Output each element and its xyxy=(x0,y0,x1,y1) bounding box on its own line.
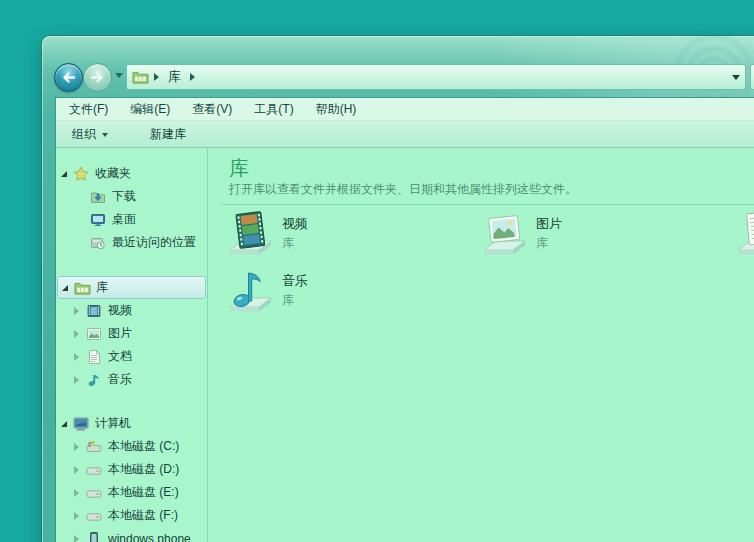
library-item-name: 音乐 xyxy=(282,272,308,289)
music-library-icon xyxy=(227,267,273,317)
library-item-kind: 库 xyxy=(536,235,562,252)
star-icon xyxy=(73,166,90,182)
navigation-pane: 收藏夹 下载 xyxy=(56,148,208,542)
sidebar-item-documents[interactable]: 文档 xyxy=(56,345,207,368)
sidebar-item-label: 收藏夹 xyxy=(95,165,131,182)
library-item-kind: 库 xyxy=(282,235,308,252)
address-bar[interactable]: 库 xyxy=(126,64,746,90)
sidebar-item-label: windows phone xyxy=(108,532,191,542)
sidebar-item-label: 库 xyxy=(96,279,108,296)
organize-label: 组织 xyxy=(72,126,96,143)
documents-icon xyxy=(86,349,103,365)
pictures-icon xyxy=(86,326,103,342)
sidebar-item-disk-c[interactable]: 本地磁盘 (C:) xyxy=(56,435,207,458)
sidebar-item-label: 视频 xyxy=(108,302,132,319)
sidebar-item-label: 本地磁盘 (F:) xyxy=(108,507,178,524)
collapsed-arrow-icon[interactable] xyxy=(74,489,79,497)
collapsed-arrow-icon[interactable] xyxy=(74,353,79,361)
expanded-arrow-icon[interactable] xyxy=(62,285,68,291)
sidebar-item-videos[interactable]: 视频 xyxy=(56,299,207,322)
library-item-name: 视频 xyxy=(282,215,308,232)
expanded-arrow-icon[interactable] xyxy=(61,171,67,177)
recent-pages-chevron-icon[interactable] xyxy=(115,73,123,78)
collapsed-arrow-icon[interactable] xyxy=(74,512,79,520)
explorer-window: 库 文件(F) 编辑(E) 查看(V) 工具(T) 帮助(H) 组织 新建库 xyxy=(42,36,754,542)
library-folder-icon xyxy=(132,69,149,85)
sidebar-item-label: 计算机 xyxy=(95,415,131,432)
back-button[interactable] xyxy=(54,63,83,92)
library-item-documents[interactable]: 文档 库 xyxy=(735,210,754,260)
page-subtitle: 打开库以查看文件并根据文件夹、日期和其他属性排列这些文件。 xyxy=(229,181,577,198)
sidebar-item-pictures[interactable]: 图片 xyxy=(56,322,207,345)
disk-icon xyxy=(86,508,103,524)
computer-icon xyxy=(73,416,90,432)
items-view: 库 打开库以查看文件并根据文件夹、日期和其他属性排列这些文件。 xyxy=(208,148,754,542)
sidebar-item-libraries[interactable]: 库 xyxy=(57,276,206,299)
refresh-button[interactable] xyxy=(750,64,754,90)
breadcrumb-arrow-icon xyxy=(154,73,159,81)
library-item-name: 图片 xyxy=(536,215,562,232)
header-divider xyxy=(221,204,754,205)
sidebar-item-disk-d[interactable]: 本地磁盘 (D:) xyxy=(56,458,207,481)
sidebar-item-label: 本地磁盘 (E:) xyxy=(108,484,179,501)
library-item-videos[interactable]: 视频 库 xyxy=(227,210,308,260)
sidebar-item-computer[interactable]: 计算机 xyxy=(56,412,207,435)
sidebar-item-disk-f[interactable]: 本地磁盘 (F:) xyxy=(56,504,207,527)
library-item-music[interactable]: 音乐 库 xyxy=(227,267,308,317)
sidebar-item-desktop[interactable]: 桌面 xyxy=(56,208,207,231)
breadcrumb-libraries[interactable]: 库 xyxy=(164,66,185,88)
expanded-arrow-icon[interactable] xyxy=(61,421,67,427)
section-favorites: 收藏夹 下载 xyxy=(56,162,207,254)
sidebar-item-label: 下载 xyxy=(112,188,136,205)
command-toolbar: 组织 新建库 xyxy=(56,121,754,148)
sidebar-item-recent-places[interactable]: 最近访问的位置 xyxy=(56,231,207,254)
new-library-label: 新建库 xyxy=(150,126,186,143)
collapsed-arrow-icon[interactable] xyxy=(74,535,79,542)
chevron-down-icon xyxy=(102,133,108,137)
sidebar-item-music[interactable]: 音乐 xyxy=(56,368,207,391)
section-computer: 计算机 xyxy=(56,412,207,542)
address-dropdown-button[interactable] xyxy=(726,65,745,89)
libraries-folder-icon xyxy=(74,280,91,296)
section-libraries: 库 xyxy=(56,276,207,391)
sidebar-item-label: 图片 xyxy=(108,325,132,342)
sidebar-item-label: 桌面 xyxy=(112,211,136,228)
sidebar-item-label: 音乐 xyxy=(108,371,132,388)
sidebar-item-favorites[interactable]: 收藏夹 xyxy=(56,162,207,185)
collapsed-arrow-icon[interactable] xyxy=(74,466,79,474)
pictures-library-icon xyxy=(481,210,527,260)
sidebar-item-disk-e[interactable]: 本地磁盘 (E:) xyxy=(56,481,207,504)
forward-button[interactable] xyxy=(83,63,112,92)
documents-library-icon xyxy=(735,210,754,260)
menu-view[interactable]: 查看(V) xyxy=(181,98,243,120)
chevron-down-icon xyxy=(732,75,740,80)
sidebar-item-windows-phone[interactable]: windows phone xyxy=(56,527,207,542)
menu-help[interactable]: 帮助(H) xyxy=(305,98,368,120)
sidebar-item-label: 最近访问的位置 xyxy=(112,234,196,251)
collapsed-arrow-icon[interactable] xyxy=(74,307,79,315)
collapsed-arrow-icon[interactable] xyxy=(74,443,79,451)
new-library-button[interactable]: 新建库 xyxy=(140,123,196,145)
menu-bar: 文件(F) 编辑(E) 查看(V) 工具(T) 帮助(H) xyxy=(56,98,754,121)
music-icon xyxy=(86,372,103,388)
phone-icon xyxy=(86,531,103,542)
library-item-pictures[interactable]: 图片 库 xyxy=(481,210,562,260)
sidebar-item-label: 本地磁盘 (C:) xyxy=(108,438,179,455)
recent-places-icon xyxy=(90,235,107,251)
breadcrumb-arrow-icon[interactable] xyxy=(190,73,195,81)
menu-file[interactable]: 文件(F) xyxy=(58,98,119,120)
menu-edit[interactable]: 编辑(E) xyxy=(119,98,181,120)
video-icon xyxy=(86,303,103,319)
desktop-icon xyxy=(90,212,107,228)
collapsed-arrow-icon[interactable] xyxy=(74,330,79,338)
client-area: 文件(F) 编辑(E) 查看(V) 工具(T) 帮助(H) 组织 新建库 xyxy=(56,98,754,542)
sidebar-item-label: 本地磁盘 (D:) xyxy=(108,461,179,478)
downloads-folder-icon xyxy=(90,189,107,205)
disk-icon xyxy=(86,462,103,478)
video-library-icon xyxy=(227,210,273,260)
menu-tools[interactable]: 工具(T) xyxy=(243,98,304,120)
sidebar-item-downloads[interactable]: 下载 xyxy=(56,185,207,208)
organize-button[interactable]: 组织 xyxy=(62,123,118,145)
collapsed-arrow-icon[interactable] xyxy=(74,376,79,384)
disk-icon xyxy=(86,485,103,501)
